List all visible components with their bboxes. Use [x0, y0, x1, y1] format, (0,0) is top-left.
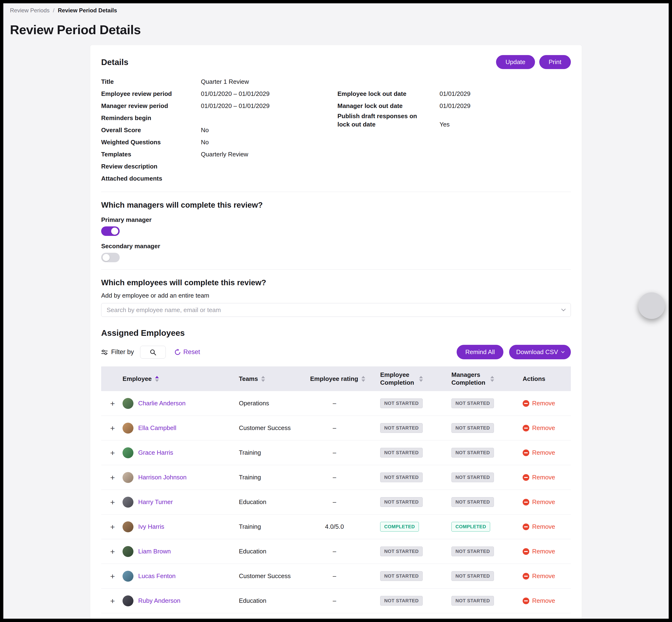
- employees-section-subtext: Add by employee or add an entire team: [101, 292, 571, 299]
- download-csv-label: Download CSV: [516, 348, 558, 356]
- remove-link[interactable]: Remove: [532, 573, 555, 580]
- remove-link[interactable]: Remove: [532, 548, 555, 555]
- managers-section-heading: Which managers will complete this review…: [101, 201, 571, 210]
- expand-row-button[interactable]: +: [107, 546, 118, 557]
- filter-by-label: Filter by: [111, 348, 134, 356]
- managers-completion-badge: NOT STARTED: [451, 423, 494, 433]
- expand-row-button[interactable]: +: [107, 423, 118, 433]
- employee-avatar: [123, 447, 133, 458]
- assigned-employees-table: Employee Teams Employee rating Employee …: [101, 367, 571, 622]
- remove-icon: [523, 573, 529, 580]
- field-manager-review-period: Manager review period 01/01/2020 – 01/01…: [101, 100, 338, 112]
- employee-name-link[interactable]: Ella Campbell: [138, 424, 176, 432]
- sort-employee-icon[interactable]: [155, 376, 159, 382]
- sort-teams-icon[interactable]: [261, 376, 265, 382]
- print-button[interactable]: Print: [539, 55, 571, 69]
- team-cell: Training: [239, 523, 310, 530]
- employee-name-link[interactable]: Charlie Anderson: [138, 400, 186, 407]
- expand-row-button[interactable]: +: [107, 596, 118, 606]
- employee-completion-badge: COMPLETED: [380, 522, 419, 531]
- team-cell: Education: [239, 597, 310, 604]
- remove-link[interactable]: Remove: [532, 597, 555, 604]
- field-templates: Templates Quarterly Review: [101, 148, 338, 161]
- sort-employee-completion-icon[interactable]: [419, 376, 423, 382]
- reset-icon: [174, 349, 181, 355]
- breadcrumb-root-link[interactable]: Review Periods: [10, 7, 50, 14]
- download-csv-button[interactable]: Download CSV: [509, 345, 571, 359]
- expand-row-button[interactable]: +: [107, 497, 118, 507]
- employee-name-link[interactable]: Liam Brown: [138, 548, 171, 555]
- employee-completion-badge: NOT STARTED: [380, 571, 423, 581]
- employee-avatar: [123, 398, 133, 409]
- team-cell: Training: [239, 449, 310, 456]
- toggle-secondary-manager[interactable]: [101, 253, 120, 262]
- team-cell: Training: [239, 474, 310, 481]
- employee-completion-badge: NOT STARTED: [380, 473, 423, 482]
- table-row: + Ella Campbell Customer Success – NOT S…: [101, 416, 571, 441]
- remove-icon: [523, 449, 529, 456]
- remove-icon: [523, 474, 529, 481]
- expand-row-button[interactable]: +: [107, 620, 118, 622]
- header-actions: Actions: [523, 375, 571, 383]
- employee-name-link[interactable]: Harrison Johnson: [138, 474, 187, 481]
- employee-name-link[interactable]: Lucas Fenton: [138, 573, 176, 580]
- expand-row-button[interactable]: +: [107, 448, 118, 458]
- employee-completion-badge: NOT STARTED: [380, 596, 423, 606]
- team-cell: Customer Success: [239, 573, 310, 580]
- sort-managers-completion-icon[interactable]: [490, 376, 494, 382]
- primary-manager-label: Primary manager: [101, 216, 571, 223]
- rating-cell: –: [310, 597, 380, 604]
- managers-completion-badge: NOT STARTED: [451, 473, 494, 482]
- expand-row-button[interactable]: +: [107, 398, 118, 409]
- toggle-primary-manager[interactable]: [101, 227, 120, 236]
- rating-cell: –: [310, 548, 380, 555]
- table-row: + Charlie Anderson Operations – NOT STAR…: [101, 391, 571, 416]
- rating-cell: –: [310, 498, 380, 506]
- field-publish-draft-responses: Publish draft responses on lock out date…: [338, 112, 571, 131]
- employee-name-link[interactable]: Harry Turner: [138, 498, 173, 506]
- employee-name-link[interactable]: Grace Harris: [138, 449, 173, 456]
- managers-completion-badge: NOT STARTED: [451, 497, 494, 507]
- employee-avatar: [123, 620, 133, 622]
- employee-search-select[interactable]: [101, 303, 571, 317]
- remove-link[interactable]: Remove: [532, 449, 555, 456]
- remove-icon: [523, 400, 529, 407]
- header-managers-completion: Managers Completion: [451, 371, 523, 387]
- employees-section-heading: Which employees will complete this revie…: [101, 278, 571, 287]
- expand-row-button[interactable]: +: [107, 571, 118, 581]
- employee-completion-badge: NOT STARTED: [380, 621, 423, 622]
- remove-link[interactable]: Remove: [532, 474, 555, 481]
- sort-rating-icon[interactable]: [361, 376, 365, 382]
- remove-link[interactable]: Remove: [532, 400, 555, 407]
- remind-all-button[interactable]: Remind All: [457, 345, 503, 359]
- table-row: + Ivy Harris Training 4.0/5.0 COMPLETED …: [101, 515, 571, 539]
- team-cell: Operations: [239, 400, 310, 407]
- table-row: + Sophia Chen Operations – NOT STARTED N…: [101, 613, 571, 622]
- team-cell: Education: [239, 498, 310, 506]
- table-row: + Liam Brown Education – NOT STARTED NOT…: [101, 539, 571, 564]
- filter-by-button[interactable]: Filter by: [101, 348, 134, 356]
- field-overall-score: Overall Score No: [101, 124, 338, 136]
- team-cell: Education: [239, 548, 310, 555]
- expand-row-button[interactable]: +: [107, 472, 118, 483]
- table-search-button[interactable]: [140, 346, 166, 358]
- employee-name-link[interactable]: Ruby Anderson: [138, 597, 181, 604]
- remove-link[interactable]: Remove: [532, 498, 555, 506]
- filter-sliders-icon: [101, 349, 108, 355]
- divider: [101, 269, 571, 270]
- employee-name-link[interactable]: Ivy Harris: [138, 523, 164, 530]
- employee-completion-badge: NOT STARTED: [380, 399, 423, 408]
- page-title: Review Period Details: [10, 22, 669, 37]
- table-row: + Ruby Anderson Education – NOT STARTED …: [101, 589, 571, 613]
- remove-link[interactable]: Remove: [532, 424, 555, 432]
- remove-link[interactable]: Remove: [532, 523, 555, 530]
- update-button[interactable]: Update: [496, 55, 535, 69]
- employee-search-input[interactable]: [101, 303, 571, 317]
- expand-row-button[interactable]: +: [107, 522, 118, 532]
- table-body: + Charlie Anderson Operations – NOT STAR…: [101, 391, 571, 622]
- managers-completion-badge: NOT STARTED: [451, 596, 494, 606]
- rating-cell: –: [310, 424, 380, 432]
- floating-widget-button[interactable]: [638, 292, 665, 319]
- reset-filters-button[interactable]: Reset: [173, 348, 201, 356]
- secondary-manager-label: Secondary manager: [101, 243, 571, 250]
